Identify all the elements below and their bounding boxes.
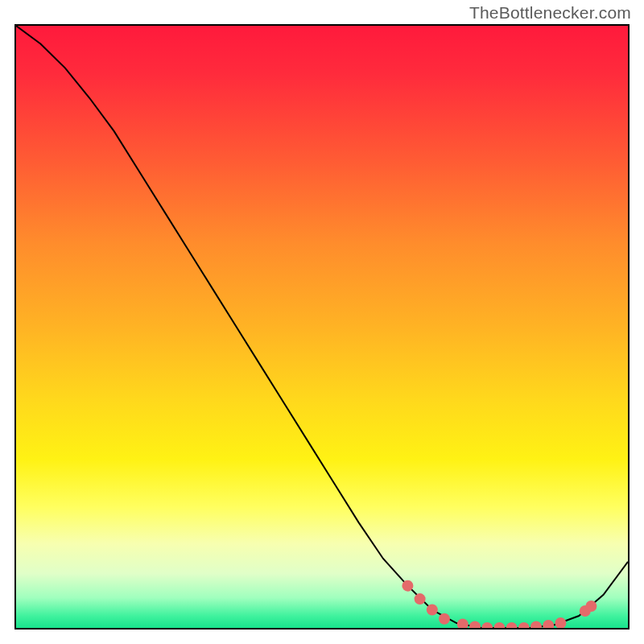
curve-marker xyxy=(481,622,493,628)
curve-marker xyxy=(439,613,450,625)
curve-marker xyxy=(427,605,438,616)
bottleneck-curve xyxy=(16,26,628,628)
curve-marker xyxy=(543,620,554,628)
curve-marker xyxy=(493,622,505,628)
curve-marker xyxy=(585,601,597,612)
watermark-text: TheBottlenecker.com xyxy=(469,3,631,23)
curve-marker xyxy=(415,593,426,605)
curve-marker xyxy=(402,580,413,592)
curve-marker xyxy=(555,617,566,628)
curve-marker xyxy=(506,622,518,628)
curve-marker xyxy=(457,619,469,628)
curve-marker xyxy=(469,621,481,629)
chart-container: TheBottlenecker.com xyxy=(0,0,644,644)
plot-area xyxy=(14,24,630,630)
curve-marker xyxy=(518,622,530,628)
curve-marker xyxy=(530,621,542,629)
plot-svg xyxy=(16,26,628,628)
